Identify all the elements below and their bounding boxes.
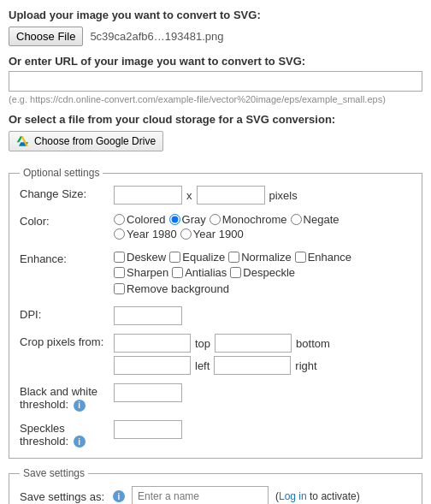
upload-label: Upload your image you want to convert to… [9,9,422,21]
cloud-label: Or select a file from your cloud storage… [9,113,422,126]
color-option-colored[interactable]: Colored [114,213,166,226]
enhance-deskew[interactable]: Deskew [114,251,166,264]
color-option-gray[interactable]: Gray [169,213,206,226]
speckles-threshold-input[interactable] [114,420,182,439]
bw-threshold-input[interactable] [114,383,182,402]
dpi-label: DPI: [20,306,114,321]
optional-settings-legend: Optional settings [20,167,103,179]
enhance-antialias[interactable]: Antialias [172,266,227,279]
speckles-threshold-label: Speckles threshold: i [20,420,114,448]
color-label: Color: [20,213,114,228]
url-input[interactable] [9,71,422,92]
x-separator: x [186,189,192,202]
enhance-equalize[interactable]: Equalize [169,251,225,264]
enhance-remove-bg[interactable]: Remove background [114,282,229,295]
login-note: (Log in to activate) [275,490,360,502]
color-option-monochrome[interactable]: Monochrome [210,213,287,226]
top-label: top [195,337,210,350]
speckles-threshold-info-icon[interactable]: i [74,436,86,448]
google-drive-button[interactable]: Choose from Google Drive [9,131,163,151]
width-input[interactable] [114,186,182,205]
save-settings-info-icon[interactable]: i [113,490,125,502]
url-label: Or enter URL of your image you want to c… [9,55,422,68]
save-as-label: Save settings as: [20,490,104,503]
url-example: (e.g. https://cdn.online-convert.com/exa… [9,94,422,104]
bw-threshold-label: Black and white threshold: i [20,383,114,412]
bottom-label: bottom [296,337,330,350]
left-label: left [195,359,210,372]
color-option-year1900[interactable]: Year 1900 [180,228,244,240]
google-drive-label: Choose from Google Drive [34,135,156,147]
change-size-label: Change Size: [20,186,114,200]
file-name: 5c39ca2afb6…193481.png [90,30,223,43]
enhance-sharpen[interactable]: Sharpen [114,266,168,279]
pixels-label: pixels [269,189,298,202]
color-option-year1980[interactable]: Year 1980 [114,228,177,240]
bw-threshold-info-icon[interactable]: i [74,400,86,412]
right-label: right [295,359,316,372]
enhance-normalize[interactable]: Normalize [228,251,292,264]
crop-bottom-input[interactable] [215,334,292,353]
color-option-negate[interactable]: Negate [291,213,339,226]
height-input[interactable] [197,186,265,205]
crop-right-input[interactable] [214,356,291,375]
crop-left-input[interactable] [114,356,191,375]
save-name-input[interactable] [132,486,269,504]
enhance-despeckle[interactable]: Despeckle [230,266,295,279]
save-settings-fieldset: Save settings Save settings as: i (Log i… [9,467,422,504]
crop-top-input[interactable] [114,334,191,353]
login-link[interactable]: Log in [279,490,307,502]
choose-file-button[interactable]: Choose File [9,27,83,46]
save-settings-legend: Save settings [20,467,88,479]
enhance-label: Enhance: [20,251,114,265]
optional-settings-fieldset: Optional settings Change Size: x pixels … [9,167,422,459]
crop-label: Crop pixels from: [20,334,114,348]
google-drive-icon [16,134,30,148]
enhance-enhance[interactable]: Enhance [295,251,351,264]
dpi-input[interactable] [114,306,182,325]
